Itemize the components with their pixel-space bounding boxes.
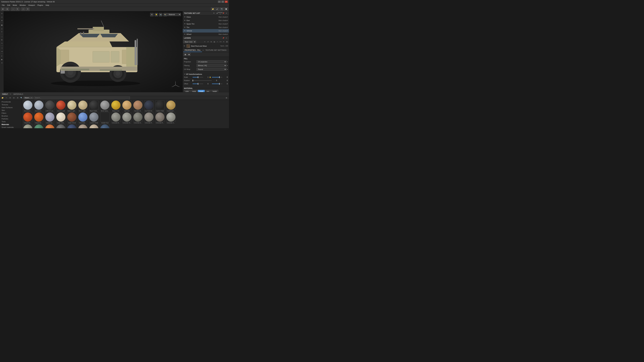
mat-item-camden-b[interactable]: Camden B...: [133, 100, 143, 112]
left-tool-paint[interactable]: ✏: [0, 12, 4, 15]
viewport-icon-eye[interactable]: 👁: [150, 13, 154, 16]
uv-slider-offset-x[interactable]: [192, 84, 203, 84]
shelf-search-input[interactable]: [34, 96, 130, 99]
tab-properties-fill[interactable]: PROPERTIES - FILL: [183, 48, 202, 52]
mat-item-cataphote-3[interactable]: Cataphote ...: [45, 112, 55, 124]
sidebar-item-smart-materials[interactable]: Smart materials: [0, 126, 22, 128]
viewport-icon-snap[interactable]: 📸: [163, 13, 167, 16]
menu-mode[interactable]: Mode: [12, 4, 18, 6]
menu-file[interactable]: File: [1, 4, 6, 6]
prop-dropdown-projection[interactable]: UV projection Planar projection Triplana…: [196, 60, 226, 63]
mat-item-fabric-deni[interactable]: Fabric Deni...: [100, 124, 110, 128]
layer-tool-refresh[interactable]: ↺: [206, 40, 210, 43]
left-tool-picker[interactable]: ⊶: [0, 50, 4, 53]
mat-item-aluminium-polished[interactable]: Aluminium ...: [23, 100, 33, 112]
mat-item-cataphote-2[interactable]: Cataphote ...: [34, 112, 44, 124]
left-tool-smudge[interactable]: 〜: [0, 42, 4, 45]
left-tool-erase[interactable]: ◻: [0, 15, 4, 18]
shelf-tab-shelf-close[interactable]: ✕: [10, 93, 12, 95]
mat-item-fabric-base[interactable]: Fabric Base...: [89, 124, 99, 128]
sidebar-item-filters[interactable]: Filters: [0, 112, 22, 114]
tsl-row-vehicle[interactable]: 👁 Vehicle Main shader ▾: [183, 29, 229, 32]
tsl-row-wheel[interactable]: 👁 Wheel Main shader ▾: [183, 32, 229, 36]
sidebar-item-particles[interactable]: Particles: [0, 117, 22, 120]
tsl-settings-btn[interactable]: Settings ▾: [219, 12, 222, 14]
sidebar-item-brushes[interactable]: Brushes: [0, 114, 22, 117]
sidebar-item-hard-surfaces[interactable]: Hard Surfaces: [0, 106, 22, 109]
uv-transforms-header[interactable]: ▼ UV transformations: [184, 73, 228, 75]
tsl-pin-btn[interactable]: 📌: [222, 12, 224, 14]
layer-tool-copy[interactable]: ⧉: [210, 40, 212, 43]
shelf-tool-add[interactable]: +: [5, 96, 8, 99]
toolbar-quad-btn[interactable]: ⊟: [5, 7, 9, 11]
tsl-eye-btn[interactable]: 👁: [212, 12, 215, 14]
shelf-tool-search-icon[interactable]: 🔍: [20, 96, 23, 99]
mat-item-concrete-r2[interactable]: Concrete R...: [155, 112, 165, 124]
mat-btn-nrm[interactable]: nrm: [205, 90, 211, 92]
tsl-row-glass[interactable]: 👁 Glass Main shader ▾: [183, 15, 229, 19]
menu-help[interactable]: Help: [44, 4, 50, 6]
sidebar-item-materials[interactable]: Materials: [0, 123, 22, 126]
mat-item-cedar-wood[interactable]: Cedar Wood: [67, 112, 77, 124]
layer-tool-add-fill[interactable]: +: [216, 40, 219, 43]
shelf-tool-filter[interactable]: ⊕: [12, 96, 16, 99]
mat-item-concrete-s2[interactable]: Concrete S...: [23, 124, 33, 128]
mat-item-aluminium-rough[interactable]: Aluminium ...: [34, 100, 44, 112]
tsl-row-gun[interactable]: 👁 Gun Main shader ▾: [183, 19, 229, 22]
uv-lock-scale[interactable]: 🔒: [209, 76, 211, 78]
toolbar-rotate-btn[interactable]: ↻: [16, 7, 19, 11]
left-tool-text[interactable]: T: [0, 30, 4, 33]
sidebar-item-tools[interactable]: Tools: [0, 120, 22, 123]
viewport[interactable]: 👁 💡 📷 📸 Material Base Color Normal X Y Z: [4, 11, 182, 92]
mat-item-copper-ox[interactable]: Copper Ox...: [34, 124, 44, 128]
props-icon-fill[interactable]: ▦: [184, 53, 187, 56]
mat-item-chromatic[interactable]: Chromatic ...: [78, 112, 88, 124]
mat-item-cardboard[interactable]: Cardboard ...: [166, 100, 176, 112]
tab-fill-close[interactable]: ✕: [202, 49, 204, 51]
shelf-view-grid-btn[interactable]: ⊞: [225, 96, 228, 99]
layer-row-steel-rust[interactable]: 👁 Steel Rust and Wear Norm. 100: [183, 44, 229, 48]
mat-item-baked-light[interactable]: Baked Light...: [67, 100, 77, 112]
mat-btn-height[interactable]: height: [211, 90, 218, 92]
mat-item-bond-varia[interactable]: Bond Varia...: [100, 100, 110, 112]
mat-item-car-paint[interactable]: Car Paint M...: [144, 100, 154, 112]
tab-texture-set-settings[interactable]: TEXTURE SET SETTINGS: [204, 48, 228, 52]
mat-btn-metal[interactable]: metal: [191, 90, 197, 92]
left-tool-select[interactable]: ⬚: [0, 35, 4, 38]
shelf-filter-close[interactable]: ✕: [31, 97, 32, 99]
sidebar-item-skin[interactable]: Skin: [0, 109, 22, 112]
mat-item-carbon-fiber[interactable]: Carbon Fiber: [155, 100, 165, 112]
menu-plugins[interactable]: Plugins: [36, 4, 44, 6]
layers-close-btn[interactable]: ✕: [225, 37, 228, 39]
mat-item-cobalt-pure[interactable]: Cobalt Pure: [100, 112, 110, 124]
layer-tool-effect[interactable]: ✦: [222, 40, 225, 43]
mat-item-cedar-white[interactable]: Cedar Whit...: [56, 112, 66, 124]
mat-item-concrete-cl[interactable]: Concrete Cl...: [122, 112, 132, 124]
close-button[interactable]: ✕: [225, 1, 228, 3]
uv-slider-scale2[interactable]: [212, 77, 222, 77]
mat-item-black-rubber[interactable]: Black Rubb...: [89, 100, 99, 112]
uv-slider-scale[interactable]: [192, 77, 203, 77]
mat-item-concrete-r1[interactable]: Concrete R...: [144, 112, 154, 124]
sidebar-item-textures[interactable]: Textures: [0, 103, 22, 106]
shelf-tool-import[interactable]: ⬇: [8, 96, 12, 99]
layer-tool-add-paint[interactable]: +✏: [219, 40, 222, 43]
mat-item-cataphote-1[interactable]: Cataphote ...: [23, 112, 33, 124]
menu-window[interactable]: Window: [18, 4, 27, 6]
base-color-dropdown[interactable]: Base Color Roughness Metallic Normal: [183, 40, 196, 43]
mat-item-autumn-leaf[interactable]: Autumn Leaf: [56, 100, 66, 112]
sidebar-item-procedurals[interactable]: Procedurals: [0, 100, 22, 103]
mat-item-coated-metal[interactable]: Coated Metal: [89, 112, 99, 124]
mat-item-concrete-d[interactable]: Concrete D...: [133, 112, 143, 124]
shelf-tab-materials[interactable]: MATERIALS: [12, 93, 24, 95]
mat-item-artificial-lea[interactable]: Artificial Lea...: [45, 100, 55, 112]
prop-dropdown-uvwrap[interactable]: Repeat Mirror Clamp: [196, 68, 226, 71]
tsl-row-spare-tire[interactable]: 👁 Spare Tire Main shader ▾: [183, 22, 229, 26]
uv-slider-rotation[interactable]: [192, 80, 212, 81]
layer-tool-pen[interactable]: ✏: [204, 40, 206, 43]
maximize-button[interactable]: □: [222, 1, 224, 3]
toolbar-folder-btn[interactable]: 📁: [211, 7, 215, 11]
left-tool-mat[interactable]: ◉: [0, 58, 4, 61]
layer-tool-delete[interactable]: 🗑: [226, 40, 228, 43]
viewport-icon-cam[interactable]: 📷: [159, 13, 162, 16]
